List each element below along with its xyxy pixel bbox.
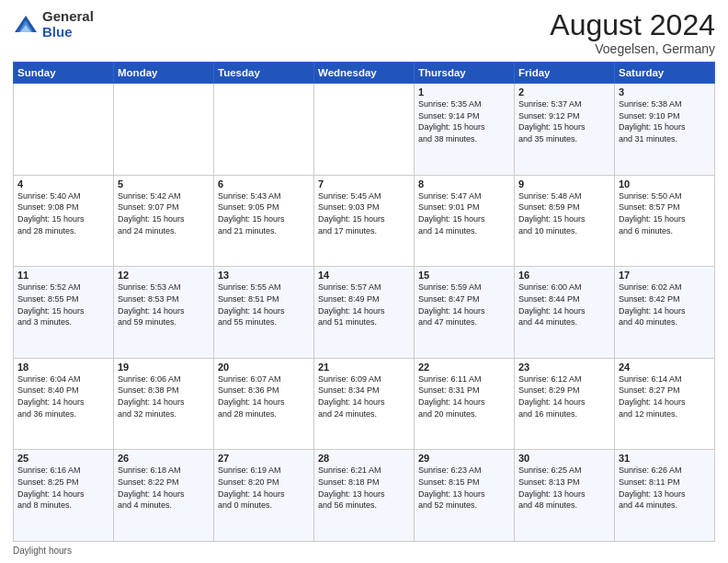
calendar-week-row: 4Sunrise: 5:40 AM Sunset: 9:08 PM Daylig…	[14, 175, 715, 267]
day-number: 19	[118, 362, 210, 373]
calendar-cell	[214, 84, 314, 176]
calendar-cell: 16Sunrise: 6:00 AM Sunset: 8:44 PM Dayli…	[515, 267, 615, 359]
day-info: Sunrise: 5:59 AM Sunset: 8:47 PM Dayligh…	[418, 282, 510, 327]
day-number: 1	[418, 86, 510, 98]
day-number: 23	[518, 362, 610, 373]
day-info: Sunrise: 5:43 AM Sunset: 9:05 PM Dayligh…	[218, 190, 310, 236]
day-number: 18	[17, 362, 109, 373]
weekday-header: Thursday	[415, 63, 515, 84]
day-number: 7	[318, 178, 410, 190]
calendar-cell: 30Sunrise: 6:25 AM Sunset: 8:13 PM Dayli…	[515, 450, 615, 542]
day-number: 28	[318, 453, 410, 464]
day-info: Sunrise: 5:37 AM Sunset: 9:12 PM Dayligh…	[518, 98, 610, 144]
day-info: Sunrise: 6:00 AM Sunset: 8:44 PM Dayligh…	[518, 282, 610, 327]
calendar-cell: 5Sunrise: 5:42 AM Sunset: 9:07 PM Daylig…	[114, 175, 214, 267]
day-number: 26	[118, 453, 210, 464]
page: General Blue August 2024 Voegelsen, Germ…	[0, 0, 728, 563]
day-info: Sunrise: 6:06 AM Sunset: 8:38 PM Dayligh…	[118, 373, 210, 419]
calendar-cell: 22Sunrise: 6:11 AM Sunset: 8:31 PM Dayli…	[415, 358, 515, 450]
day-number: 5	[118, 178, 210, 190]
month-title: August 2024	[550, 9, 715, 41]
calendar-cell: 4Sunrise: 5:40 AM Sunset: 9:08 PM Daylig…	[14, 175, 114, 267]
day-info: Sunrise: 5:48 AM Sunset: 8:59 PM Dayligh…	[518, 190, 610, 236]
calendar-cell: 24Sunrise: 6:14 AM Sunset: 8:27 PM Dayli…	[615, 358, 715, 450]
day-info: Sunrise: 6:12 AM Sunset: 8:29 PM Dayligh…	[518, 373, 610, 419]
day-number: 6	[218, 178, 310, 190]
weekday-header: Tuesday	[214, 63, 314, 84]
calendar-cell	[14, 84, 114, 176]
calendar-cell: 8Sunrise: 5:47 AM Sunset: 9:01 PM Daylig…	[415, 175, 515, 267]
calendar-cell: 29Sunrise: 6:23 AM Sunset: 8:15 PM Dayli…	[415, 450, 515, 542]
day-info: Sunrise: 6:07 AM Sunset: 8:36 PM Dayligh…	[218, 373, 310, 419]
day-number: 3	[619, 86, 711, 98]
day-number: 24	[619, 362, 711, 373]
calendar-cell: 21Sunrise: 6:09 AM Sunset: 8:34 PM Dayli…	[314, 358, 415, 450]
logo-blue-text: Blue	[42, 25, 94, 40]
calendar-cell: 19Sunrise: 6:06 AM Sunset: 8:38 PM Dayli…	[114, 358, 214, 450]
day-number: 30	[518, 453, 610, 464]
day-info: Sunrise: 6:04 AM Sunset: 8:40 PM Dayligh…	[17, 373, 109, 419]
day-info: Sunrise: 6:16 AM Sunset: 8:25 PM Dayligh…	[17, 465, 109, 511]
day-info: Sunrise: 5:47 AM Sunset: 9:01 PM Dayligh…	[418, 190, 510, 236]
calendar-cell: 14Sunrise: 5:57 AM Sunset: 8:49 PM Dayli…	[314, 267, 415, 359]
location: Voegelsen, Germany	[550, 41, 715, 56]
day-info: Sunrise: 5:53 AM Sunset: 8:53 PM Dayligh…	[118, 282, 210, 327]
footer-note: Daylight hours	[13, 546, 715, 556]
calendar-cell: 12Sunrise: 5:53 AM Sunset: 8:53 PM Dayli…	[114, 267, 214, 359]
day-number: 14	[318, 270, 410, 281]
day-info: Sunrise: 6:14 AM Sunset: 8:27 PM Dayligh…	[619, 373, 711, 419]
calendar-cell: 15Sunrise: 5:59 AM Sunset: 8:47 PM Dayli…	[415, 267, 515, 359]
day-number: 16	[518, 270, 610, 281]
calendar-cell: 25Sunrise: 6:16 AM Sunset: 8:25 PM Dayli…	[14, 450, 114, 542]
logo-text: General Blue	[42, 9, 94, 40]
day-number: 9	[518, 178, 610, 190]
calendar-cell: 27Sunrise: 6:19 AM Sunset: 8:20 PM Dayli…	[214, 450, 314, 542]
day-number: 22	[418, 362, 510, 373]
logo-icon	[13, 12, 39, 38]
day-number: 13	[218, 270, 310, 281]
calendar-cell: 20Sunrise: 6:07 AM Sunset: 8:36 PM Dayli…	[214, 358, 314, 450]
day-info: Sunrise: 6:09 AM Sunset: 8:34 PM Dayligh…	[318, 373, 410, 419]
day-number: 29	[418, 453, 510, 464]
calendar-cell: 7Sunrise: 5:45 AM Sunset: 9:03 PM Daylig…	[314, 175, 415, 267]
calendar-cell	[114, 84, 214, 176]
day-number: 11	[17, 270, 109, 281]
day-info: Sunrise: 6:02 AM Sunset: 8:42 PM Dayligh…	[619, 282, 711, 327]
day-info: Sunrise: 6:23 AM Sunset: 8:15 PM Dayligh…	[418, 465, 510, 511]
day-info: Sunrise: 5:38 AM Sunset: 9:10 PM Dayligh…	[619, 98, 711, 144]
calendar-cell: 11Sunrise: 5:52 AM Sunset: 8:55 PM Dayli…	[14, 267, 114, 359]
day-number: 31	[619, 453, 711, 464]
day-info: Sunrise: 6:18 AM Sunset: 8:22 PM Dayligh…	[118, 465, 210, 511]
day-info: Sunrise: 6:21 AM Sunset: 8:18 PM Dayligh…	[318, 465, 410, 511]
calendar-cell: 18Sunrise: 6:04 AM Sunset: 8:40 PM Dayli…	[14, 358, 114, 450]
day-number: 10	[619, 178, 711, 190]
weekday-header: Wednesday	[314, 63, 415, 84]
calendar-cell: 10Sunrise: 5:50 AM Sunset: 8:57 PM Dayli…	[615, 175, 715, 267]
day-number: 27	[218, 453, 310, 464]
day-info: Sunrise: 5:45 AM Sunset: 9:03 PM Dayligh…	[318, 190, 410, 236]
day-number: 12	[118, 270, 210, 281]
calendar-cell: 3Sunrise: 5:38 AM Sunset: 9:10 PM Daylig…	[615, 84, 715, 176]
weekday-header: Friday	[515, 63, 615, 84]
weekday-header: Monday	[114, 63, 214, 84]
calendar-cell: 13Sunrise: 5:55 AM Sunset: 8:51 PM Dayli…	[214, 267, 314, 359]
calendar-cell: 9Sunrise: 5:48 AM Sunset: 8:59 PM Daylig…	[515, 175, 615, 267]
day-info: Sunrise: 6:11 AM Sunset: 8:31 PM Dayligh…	[418, 373, 510, 419]
day-info: Sunrise: 5:42 AM Sunset: 9:07 PM Dayligh…	[118, 190, 210, 236]
day-number: 20	[218, 362, 310, 373]
day-info: Sunrise: 5:40 AM Sunset: 9:08 PM Dayligh…	[17, 190, 109, 236]
day-number: 2	[518, 86, 610, 98]
calendar-cell: 2Sunrise: 5:37 AM Sunset: 9:12 PM Daylig…	[515, 84, 615, 176]
day-info: Sunrise: 6:26 AM Sunset: 8:11 PM Dayligh…	[619, 465, 711, 511]
day-info: Sunrise: 5:57 AM Sunset: 8:49 PM Dayligh…	[318, 282, 410, 327]
calendar-cell: 28Sunrise: 6:21 AM Sunset: 8:18 PM Dayli…	[314, 450, 415, 542]
day-number: 21	[318, 362, 410, 373]
calendar-week-row: 1Sunrise: 5:35 AM Sunset: 9:14 PM Daylig…	[14, 84, 715, 176]
weekday-header: Saturday	[615, 63, 715, 84]
day-info: Sunrise: 5:35 AM Sunset: 9:14 PM Dayligh…	[418, 98, 510, 144]
day-number: 25	[17, 453, 109, 464]
calendar-week-row: 25Sunrise: 6:16 AM Sunset: 8:25 PM Dayli…	[14, 450, 715, 542]
calendar-cell: 23Sunrise: 6:12 AM Sunset: 8:29 PM Dayli…	[515, 358, 615, 450]
day-info: Sunrise: 6:19 AM Sunset: 8:20 PM Dayligh…	[218, 465, 310, 511]
day-info: Sunrise: 5:50 AM Sunset: 8:57 PM Dayligh…	[619, 190, 711, 236]
